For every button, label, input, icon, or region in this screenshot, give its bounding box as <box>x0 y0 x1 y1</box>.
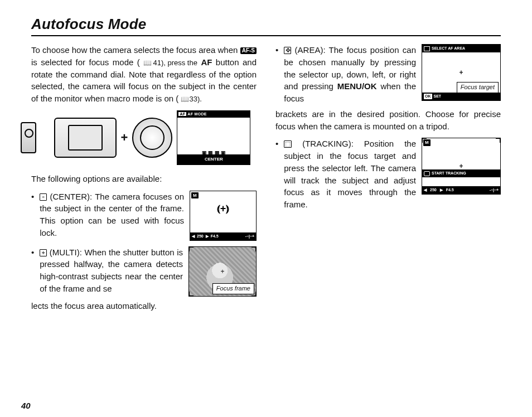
bullet-icon: • <box>275 44 278 105</box>
tracking-mid-text: START TRACKING <box>432 171 466 176</box>
page-ref-33: 33). <box>189 94 201 105</box>
option-multi: • + Focus frame + (MULTI): When the shut… <box>31 246 257 297</box>
multi-cont: lects the focus area automatically. <box>31 300 257 312</box>
camera-back-illustration <box>54 118 117 158</box>
page-ref-41: 41), press the <box>153 58 197 69</box>
option-area: • SELECT AF AREA + Focus target OK <box>275 44 501 105</box>
area-name: (AREA): <box>291 45 328 55</box>
lcd-header: AFAF MODE <box>177 111 250 118</box>
mode-badge: M <box>191 192 199 199</box>
lcd-illustration: AFAF MODE ▣ ▦ ▩ ▣ CENTER <box>177 110 250 165</box>
ok-badge: OK <box>424 94 432 99</box>
multi-thumb: + Focus frame <box>188 246 257 297</box>
plus-icon: + <box>121 129 128 147</box>
af-button-illustration <box>21 122 36 153</box>
tracking-thumb: M + START TRACKING ◀250▶ F4.5 -··|··+ <box>422 138 501 195</box>
afs-icon: AF-S <box>240 47 257 54</box>
tracking-name: (TRACKING): <box>292 139 364 148</box>
shutter-value: 250 <box>197 234 204 239</box>
area-thumb: SELECT AF AREA + Focus target OK SET <box>422 44 501 101</box>
center-mode-icon: ▫ <box>40 193 47 201</box>
bullet-icon: • <box>275 138 278 211</box>
center-name: (CENTER): <box>47 192 95 201</box>
tracking-mid: START TRACKING <box>422 169 500 177</box>
book-icon <box>143 57 153 67</box>
options-lead: The following options are available: <box>31 173 257 185</box>
option-tracking: • M + START TRACKING ◀250▶ F4.5 -··|··+ <box>275 138 501 211</box>
figure-row: + AFAF MODE ▣ ▦ ▩ ▣ CENTER <box>31 110 257 165</box>
multi-caption: Focus frame <box>212 283 254 294</box>
center-focus-icon: ⦅+⦆ <box>217 201 230 216</box>
section-title: Autofocus Mode <box>31 16 501 36</box>
lcd-header-text: AF MODE <box>187 112 206 116</box>
manual-page: Autofocus Mode To choose how the camera … <box>0 0 532 417</box>
tracking-status: ◀250▶ F4.5 -··|··+ <box>422 186 500 194</box>
set-label: SET <box>434 94 442 99</box>
bullet-icon: • <box>31 246 34 297</box>
lcd-footer: CENTER <box>177 154 250 164</box>
area-footer: OK SET <box>422 93 500 100</box>
lcd-header-tag: AF <box>178 112 186 116</box>
aperture-value: F4.5 <box>446 187 454 193</box>
area-mode-icon: ✥ <box>284 47 291 54</box>
columns: To choose how the camera selects the foc… <box>31 44 501 317</box>
area-caption: Focus target <box>457 82 499 93</box>
tracking-text: Position the subject in the focus target… <box>284 139 416 209</box>
page-number: 40 <box>21 401 31 410</box>
right-column: • SELECT AF AREA + Focus target OK <box>275 44 501 317</box>
command-dial-illustration <box>132 118 172 158</box>
aperture-value: F4.5 <box>211 234 219 239</box>
intro-paragraph: To choose how the camera selects the foc… <box>31 44 257 105</box>
af-bold: AF <box>201 57 212 67</box>
center-thumb: M ⦅+⦆ ◀250▶ F4.5 -··|··+ <box>190 191 257 241</box>
menuok-bold: MENU/OK <box>337 81 377 91</box>
book-icon <box>181 94 189 103</box>
area-cont: brackets are in the desired position. Ch… <box>275 108 501 133</box>
tracking-mode-icon: ⬚ <box>284 140 292 148</box>
bullet-icon: • <box>31 191 34 243</box>
multi-name: (MULTI): <box>47 248 84 257</box>
left-column: To choose how the camera selects the foc… <box>31 44 257 317</box>
intro-seg1: To choose how the camera selects the foc… <box>31 45 240 55</box>
center-status: ◀250▶ F4.5 -··|··+ <box>190 232 256 240</box>
shutter-value: 250 <box>430 187 437 193</box>
multi-mode-icon: + <box>40 249 47 256</box>
intro-seg2: is selected for focus mode ( <box>31 57 140 67</box>
option-center: • M ⦅+⦆ ◀250▶ F4.5 -··|··+ ▫ (CENTER): T… <box>31 191 257 243</box>
camera-screen-illustration <box>68 125 103 151</box>
